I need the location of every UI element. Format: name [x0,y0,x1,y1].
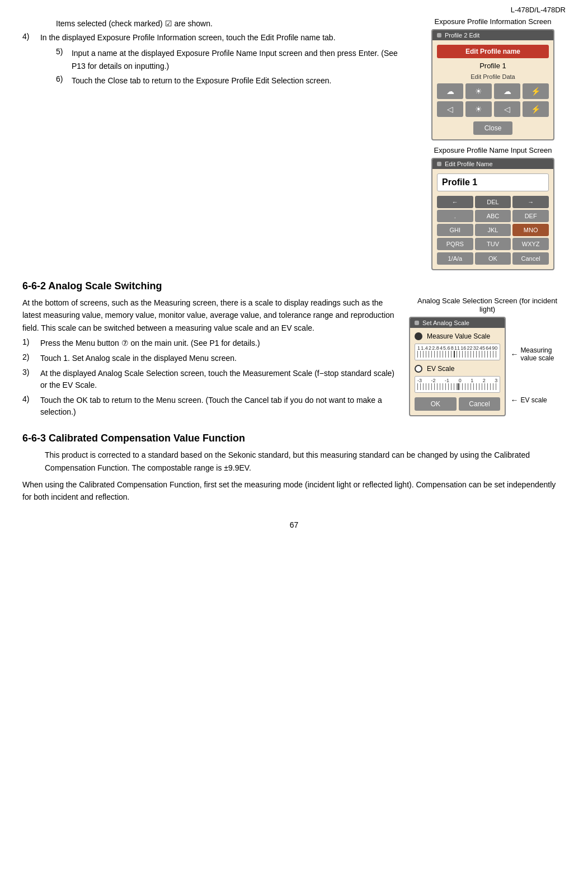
key-jkl[interactable]: JKL [475,224,511,236]
measure-value-radio-row[interactable]: Measure Value Scale [415,332,500,340]
exposure-profile-screen-label: Exposure Profile Information Screen [420,17,566,26]
page-number: 67 [22,520,566,529]
page-header-title: L-478D/L-478DR [511,6,566,14]
measure-value-scale-bar: 11.422.845.6811162232456490 [415,344,500,360]
icon-grid: ☁ ☀ ☁ ⚡ ◁ ☀ ◁ ⚡ [437,83,549,117]
edit-profile-name-btn[interactable]: Edit Profile name [437,45,549,58]
ev-scale-bar: -3-2-10123 [415,376,500,393]
exposure-profile-name-input-screen: Edit Profile Name Profile 1 ← DEL → . AB… [431,158,554,270]
s662-step1-num: 1) [22,337,38,346]
intro-line1: Items selected (check marked) ☑ are show… [56,17,409,30]
step4-text: In the displayed Exposure Profile Inform… [40,32,409,44]
annotation-ev-text: EV scale [520,396,547,404]
key-ok[interactable]: OK [475,252,511,265]
key-period[interactable]: . [437,210,473,222]
ev-scale-radio[interactable] [415,365,422,373]
step4-num: 4) [22,32,38,41]
s662-step4-num: 4) [22,394,38,403]
keyboard-row-4: PQRS TUV WXYZ [437,238,549,250]
step6-text: Touch the Close tab to return to the Exp… [72,74,409,87]
keyboard-row-3: GHI JKL MNO [437,224,549,236]
section-663-title: 6-6-3 Calibrated Compensation Value Func… [22,433,566,444]
key-def[interactable]: DEF [512,210,549,222]
section-662-title: 6-6-2 Analog Scale Switching [22,280,566,292]
analog-cancel-btn[interactable]: Cancel [459,397,501,411]
s662-step3-text: At the displayed Analog Scale Selection … [40,368,398,391]
keyboard-row-1: ← DEL → [437,196,549,208]
analog-titlebar: Set Analog Scale [422,320,469,326]
s662-step2-text: Touch 1. Set Analog scale in the display… [40,353,398,364]
icon-cell-4[interactable]: ⚡ [523,83,549,99]
step5-text: Input a name at the displayed Exposure P… [72,47,409,72]
ev-scale-label: EV Scale [427,365,454,373]
icon-cell-5[interactable]: ◁ [437,101,463,117]
epni-titlebar: Edit Profile Name [445,161,493,167]
key-cancel[interactable]: Cancel [512,252,549,265]
icon-cell-8[interactable]: ⚡ [523,101,549,117]
section-663-body2: When using the Calibrated Compensation F… [22,478,566,504]
key-1aa[interactable]: 1/A/a [437,252,473,265]
s662-step1-text: Press the Menu button ⑦ on the main unit… [40,337,398,349]
edit-profile-data-label: Edit Profile Data [437,73,549,80]
arrow-left-icon-2: ← [510,396,518,405]
key-mno[interactable]: MNO [512,224,549,236]
epni-screen-label: Exposure Profile Name Input Screen [420,146,566,154]
icon-cell-1[interactable]: ☁ [437,83,463,99]
annotation-measuring: ← Measuring value scale [510,346,566,362]
epi-close-btn[interactable]: Close [473,121,513,135]
profile-name-input[interactable]: Profile 1 [437,173,549,191]
annotation-ev: ← EV scale [510,396,566,405]
key-del[interactable]: DEL [475,196,511,208]
annotation-measuring-text: Measuring value scale [520,346,566,362]
icon-cell-2[interactable]: ☀ [465,83,492,99]
s662-step2-num: 2) [22,353,38,361]
keyboard-bottom-row: 1/A/a OK Cancel [437,252,549,265]
analog-ok-btn[interactable]: OK [415,397,457,411]
keyboard-row-2: . ABC DEF [437,210,549,222]
exposure-profile-info-screen: Profile 2 Edit Edit Profile name Profile… [431,29,554,140]
key-left-arrow[interactable]: ← [437,196,473,208]
key-ghi[interactable]: GHI [437,224,473,236]
ev-scale-radio-row[interactable]: EV Scale [415,365,500,373]
key-wxyz[interactable]: WXYZ [512,238,549,250]
section-663-body1: This product is corrected to a standard … [45,449,566,474]
icon-cell-3[interactable]: ☁ [494,83,520,99]
analog-scale-screen: Set Analog Scale Measure Value Scale 11.… [409,317,506,416]
arrow-left-icon: ← [510,350,518,359]
icon-cell-6[interactable]: ☀ [465,101,492,117]
measure-value-label: Measure Value Scale [427,332,490,340]
key-abc[interactable]: ABC [475,210,511,222]
s662-step3-num: 3) [22,368,38,377]
key-tuv[interactable]: TUV [475,238,511,250]
measure-value-radio[interactable] [415,332,422,340]
key-right-arrow[interactable]: → [512,196,549,208]
step5-num: 5) [56,47,69,56]
epi-titlebar: Profile 2 Edit [445,32,479,39]
icon-cell-7[interactable]: ◁ [494,101,520,117]
analog-bottom-btns: OK Cancel [415,397,500,411]
epi-profile-name: Profile 1 [437,62,549,70]
analog-screen-label: Analog Scale Selection Screen (for incid… [409,297,566,313]
s662-step4-text: Touch the OK tab to return to the Menu s… [40,394,398,418]
step6-num: 6) [56,74,69,83]
key-pqrs[interactable]: PQRS [437,238,473,250]
section-662-body: At the bottom of screens, such as the Me… [22,297,398,334]
